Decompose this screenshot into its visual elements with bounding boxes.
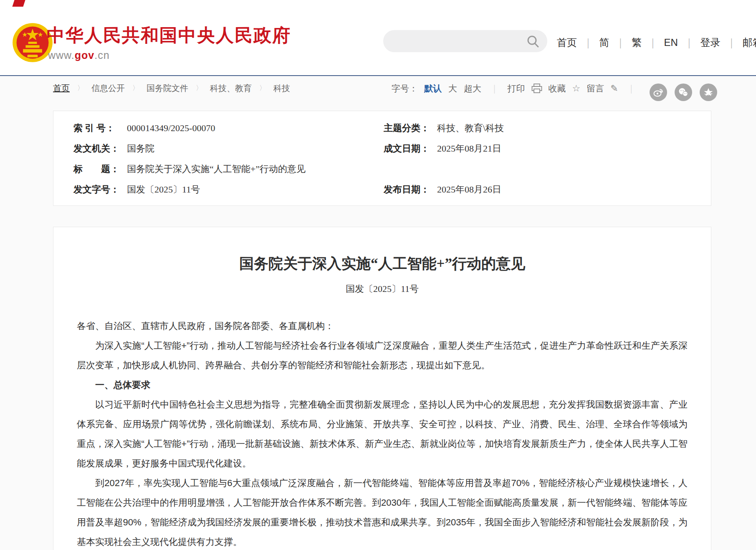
header-divider (0, 75, 756, 76)
doc-paragraph: 到2027年，率先实现人工智能与6大重点领域广泛深度融合，新一代智能终端、智能体… (77, 473, 688, 550)
nav-divider: ｜ (726, 36, 736, 49)
toolbar-divider: ｜ (490, 83, 499, 94)
nav-link-1[interactable]: 首页 (557, 36, 577, 49)
doc-section-heading: 一、总体要求 (77, 375, 688, 395)
breadcrumb-separator: 〉 (259, 84, 266, 93)
font-size-option-大[interactable]: 大 (448, 83, 457, 94)
nav-link-3[interactable]: 繁 (632, 36, 642, 49)
nav-link-5[interactable]: 登录 (700, 36, 720, 49)
site-title: 中华人民共和国中央人民政府 (47, 23, 291, 48)
font-size-option-默认[interactable]: 默认 (424, 83, 442, 94)
nav-link-2[interactable]: 简 (599, 36, 609, 49)
meta-label: 成文日期： (384, 142, 437, 155)
nav-divider: ｜ (684, 36, 694, 49)
document-card: 国务院关于深入实施“人工智能+”行动的意见 国发〔2025〕11号 各省、自治区… (53, 227, 711, 550)
nav-divider: ｜ (616, 36, 626, 49)
meta-value: 2025年08月26日 (437, 183, 504, 196)
nav-link-4[interactable]: EN (664, 37, 678, 48)
meta-table-left: 索 引 号：000014349/2025-00070发文机关：国务院标 题：国务… (73, 118, 306, 200)
document-body: 各省、自治区、直辖市人民政府，国务院各部委、各直属机构：为深入实施“人工智能+”… (77, 316, 688, 550)
font-size-options: 默认大超大 (424, 83, 481, 94)
doc-paragraph: 为深入实施“人工智能+”行动，推动人工智能与经济社会各行业各领域广泛深度融合，重… (77, 336, 688, 375)
pencil-icon[interactable]: ✎ (610, 83, 618, 94)
breadcrumb: 首页〉信息公开〉国务院文件〉科技、教育〉科技 (53, 83, 290, 94)
printer-icon[interactable] (531, 84, 542, 94)
breadcrumb-separator: 〉 (77, 84, 84, 93)
meta-value: 国务院关于深入实施“人工智能+”行动的意见 (127, 163, 306, 175)
nav-divider: ｜ (648, 36, 658, 49)
meta-table-right: 主题分类：科技、教育\科技成文日期：2025年08月21日发布日期：2025年0… (384, 118, 504, 200)
meta-value: 国务院 (127, 142, 306, 155)
font-size-label: 字号： (392, 83, 418, 94)
weibo-icon[interactable] (650, 84, 667, 101)
meta-label: 标 题： (73, 163, 127, 175)
search-box (383, 30, 547, 52)
meta-value: 2025年08月21日 (437, 142, 504, 155)
page: 中华人民共和国中央人民政府 www.gov.cn 首页｜简｜繁｜EN｜登录｜邮箱… (0, 0, 756, 550)
breadcrumb-link-3[interactable]: 国务院文件 (147, 83, 188, 94)
breadcrumb-separator: 〉 (196, 84, 202, 93)
meta-value: 000014349/2025-00070 (127, 123, 306, 134)
site-url: www.gov.cn (48, 49, 110, 61)
comment-button[interactable]: 留言 (587, 83, 604, 94)
meta-label: 主题分类： (384, 122, 437, 134)
banner-corner-decoration (12, 0, 25, 7)
qzone-share-icon[interactable] (700, 84, 717, 101)
breadcrumb-link-2[interactable]: 信息公开 (91, 83, 125, 94)
document-title: 国务院关于深入实施“人工智能+”行动的意见 (70, 254, 694, 274)
doc-paragraph: 以习近平新时代中国特色社会主义思想为指导，完整准确全面贯彻新发展理念，坚持以人民… (77, 395, 688, 473)
font-size-option-超大[interactable]: 超大 (464, 83, 481, 94)
search-input[interactable] (393, 33, 520, 49)
meta-value: 国发〔2025〕11号 (127, 183, 306, 196)
search-icon[interactable] (526, 35, 540, 48)
breadcrumb-link-1[interactable]: 首页 (53, 83, 70, 94)
top-nav: 首页｜简｜繁｜EN｜登录｜邮箱｜无障碍 (557, 36, 756, 49)
toolbar-divider: ｜ (627, 83, 636, 94)
breadcrumb-separator: 〉 (132, 84, 139, 93)
nav-link-6[interactable]: 邮箱 (743, 36, 756, 49)
wechat-icon[interactable] (675, 84, 692, 101)
document-meta-card: 索 引 号：000014349/2025-00070发文机关：国务院标 题：国务… (53, 111, 711, 206)
doc-paragraph: 各省、自治区、直辖市人民政府，国务院各部委、各直属机构： (77, 316, 688, 336)
document-number: 国发〔2025〕11号 (53, 283, 711, 295)
meta-label: 索 引 号： (73, 122, 127, 134)
meta-label: 发布日期： (384, 183, 437, 196)
breadcrumb-link-4[interactable]: 科技、教育 (210, 83, 252, 94)
share-bar (650, 84, 717, 101)
meta-value: 科技、教育\科技 (437, 122, 504, 134)
star-icon[interactable]: ☆ (572, 83, 581, 94)
meta-label: 发文机关： (73, 142, 127, 155)
nav-divider: ｜ (583, 36, 593, 49)
site-header: 中华人民共和国中央人民政府 www.gov.cn 首页｜简｜繁｜EN｜登录｜邮箱… (0, 0, 756, 75)
breadcrumb-link-5[interactable]: 科技 (273, 83, 290, 94)
article-toolbar: 字号： 默认大超大 ｜ 打印 收藏 ☆ 留言 ✎ ｜ (392, 83, 638, 94)
meta-label: 发文字号： (73, 183, 127, 196)
favorite-button[interactable]: 收藏 (549, 83, 566, 94)
print-button[interactable]: 打印 (508, 83, 525, 94)
